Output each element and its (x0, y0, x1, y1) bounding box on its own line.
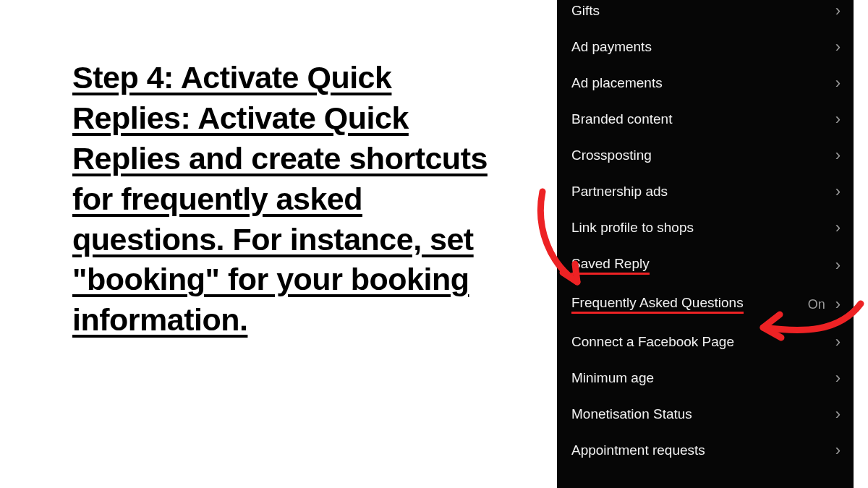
menu-item-appointment-requests[interactable]: Appointment requests › (557, 432, 854, 468)
menu-item-saved-reply[interactable]: Saved Reply › (557, 246, 854, 285)
chevron-right-icon: › (835, 370, 841, 386)
screenshot-panel: Gifts › Ad payments › Ad placements › Br… (535, 0, 846, 488)
chevron-right-icon: › (835, 334, 841, 350)
instruction-panel: Step 4: Activate Quick Replies: Activate… (0, 0, 535, 488)
menu-label: Appointment requests (571, 442, 705, 458)
chevron-right-icon: › (835, 39, 841, 55)
menu-label: Partnership ads (571, 184, 668, 200)
chevron-right-icon: › (835, 257, 841, 273)
chevron-right-icon: › (835, 406, 841, 422)
menu-item-faq[interactable]: Frequently Asked Questions On › (557, 285, 854, 324)
menu-label: Ad payments (571, 39, 652, 55)
settings-menu: Gifts › Ad payments › Ad placements › Br… (557, 0, 854, 488)
step-heading: Step 4: Activate Quick Replies: Activate… (72, 58, 514, 341)
menu-item-connect-facebook[interactable]: Connect a Facebook Page › (557, 324, 854, 360)
chevron-right-icon: › (835, 220, 841, 236)
menu-label: Ad placements (571, 75, 663, 91)
chevron-right-icon: › (835, 111, 841, 127)
chevron-right-icon: › (835, 184, 841, 200)
menu-label: Connect a Facebook Page (571, 334, 734, 350)
chevron-right-icon: › (835, 75, 841, 91)
menu-label: Minimum age (571, 370, 654, 386)
menu-item-right: On › (808, 296, 841, 312)
faq-status: On (808, 297, 825, 312)
tutorial-slide: Step 4: Activate Quick Replies: Activate… (0, 0, 868, 488)
menu-label: Gifts (571, 3, 600, 19)
menu-item-crossposting[interactable]: Crossposting › (557, 137, 854, 174)
menu-item-link-profile-shops[interactable]: Link profile to shops › (557, 210, 854, 246)
menu-item-ad-payments[interactable]: Ad payments › (557, 29, 854, 65)
chevron-right-icon: › (835, 442, 841, 458)
chevron-right-icon: › (835, 296, 841, 312)
chevron-right-icon: › (835, 147, 841, 163)
menu-label: Link profile to shops (571, 220, 694, 236)
menu-label: Branded content (571, 111, 672, 127)
menu-item-monetisation-status[interactable]: Monetisation Status › (557, 396, 854, 432)
menu-item-partnership-ads[interactable]: Partnership ads › (557, 174, 854, 210)
menu-item-minimum-age[interactable]: Minimum age › (557, 360, 854, 396)
menu-label: Saved Reply (571, 256, 650, 275)
menu-item-branded-content[interactable]: Branded content › (557, 101, 854, 137)
menu-item-gifts[interactable]: Gifts › (557, 0, 854, 29)
menu-label: Monetisation Status (571, 406, 692, 422)
menu-label: Crossposting (571, 147, 652, 163)
menu-item-ad-placements[interactable]: Ad placements › (557, 65, 854, 101)
menu-label: Frequently Asked Questions (571, 295, 744, 314)
chevron-right-icon: › (835, 3, 841, 19)
